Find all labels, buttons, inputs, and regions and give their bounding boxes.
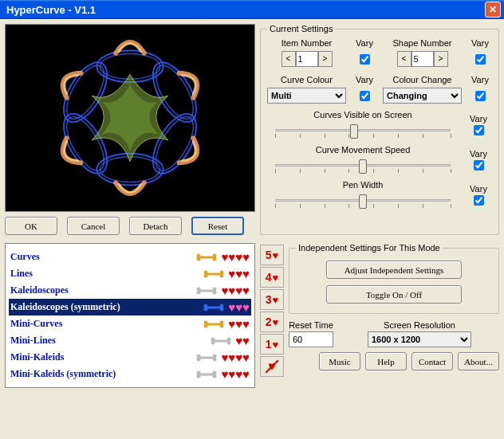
svg-point-36 — [213, 357, 217, 361]
reset-button[interactable]: Reset — [191, 217, 244, 235]
mode-name: Kaleidoscopes — [10, 284, 192, 296]
heart-icon: ♥ — [235, 335, 242, 347]
shape-number-inc[interactable]: > — [434, 51, 448, 67]
svg-point-11 — [220, 273, 224, 277]
shape-number-vary-checkbox[interactable] — [475, 54, 486, 65]
heart-icon: ♥ — [273, 249, 279, 261]
preview-canvas — [5, 24, 255, 212]
heart-icon: ♥ — [235, 351, 242, 363]
screen-resolution-label: Screen Resolution — [384, 320, 455, 330]
svg-point-26 — [220, 323, 224, 327]
rank-button[interactable]: 3♥ — [260, 289, 284, 310]
rank-button[interactable]: 5♥ — [260, 245, 284, 265]
movement-speed-slider[interactable] — [275, 155, 451, 174]
close-icon[interactable]: ✕ — [485, 2, 501, 18]
shape-number-spinner[interactable]: < > — [383, 51, 462, 67]
bone-icon — [195, 286, 218, 296]
screen-resolution-select[interactable]: 1600 x 1200 — [368, 331, 471, 347]
cancel-button[interactable]: Cancel — [67, 217, 120, 235]
hearts-rating: ♥♥ — [235, 335, 250, 347]
help-button[interactable]: Help — [365, 352, 407, 370]
heart-icon: ♥ — [235, 251, 242, 263]
broken-heart-button[interactable]: ♥ — [260, 356, 284, 377]
mode-name: Mini-Lines — [10, 335, 207, 347]
contact-button[interactable]: Contact — [411, 352, 453, 370]
heart-icon: ♥ — [235, 268, 242, 280]
mode-row[interactable]: Kaleidoscopes♥♥♥♥ — [9, 282, 251, 299]
heart-icon: ♥ — [235, 368, 242, 380]
heart-icon: ♥ — [273, 294, 279, 306]
pen-width-slider[interactable] — [275, 190, 451, 209]
colour-change-select[interactable]: Changing — [383, 88, 462, 104]
rank-number: 4 — [266, 271, 272, 284]
item-number-vary-checkbox[interactable] — [360, 54, 370, 65]
heart-icon: ♥ — [242, 318, 250, 330]
mode-row[interactable]: Kaleidoscopes (symmetric)♥♥♥ — [9, 299, 251, 316]
toggle-on-off-button[interactable]: Toggle On / Off — [326, 285, 462, 304]
heart-icon: ♥ — [235, 284, 242, 296]
reset-time-input[interactable] — [289, 331, 333, 347]
heart-icon: ♥ — [228, 368, 235, 380]
svg-rect-24 — [207, 323, 221, 325]
mode-row[interactable]: Mini-Lines♥♥ — [9, 332, 251, 349]
svg-point-21 — [220, 307, 224, 311]
heart-icon: ♥ — [228, 268, 235, 280]
svg-rect-29 — [214, 339, 228, 342]
vary-label: Vary — [468, 75, 492, 84]
heart-icon: ♥ — [242, 284, 250, 296]
about-button[interactable]: About... — [458, 352, 499, 370]
rank-button[interactable]: 1♥ — [260, 334, 284, 355]
item-number-label: Item Number — [267, 38, 346, 48]
rank-number: 5 — [266, 249, 272, 261]
curves-visible-slider[interactable] — [275, 120, 451, 139]
curve-colour-vary-checkbox[interactable] — [360, 91, 370, 101]
item-number-inc[interactable]: > — [318, 51, 333, 67]
detach-button[interactable]: Detach — [129, 217, 182, 235]
shape-number-dec[interactable]: < — [397, 51, 411, 67]
heart-icon: ♥ — [273, 339, 279, 351]
bone-icon — [203, 303, 225, 312]
hearts-rating: ♥♥♥ — [228, 301, 250, 313]
heart-icon: ♥ — [242, 351, 250, 363]
heart-icon: ♥ — [242, 335, 250, 347]
title-bar: HyperCurve - V1.1 ✕ — [0, 0, 504, 19]
vary-label: Vary — [470, 184, 487, 194]
heart-icon: ♥ — [228, 284, 235, 296]
ok-button[interactable]: OK — [5, 217, 57, 235]
mode-list[interactable]: Curves♥♥♥♥Lines♥♥♥Kaleidoscopes♥♥♥♥Kalei… — [5, 243, 255, 388]
svg-rect-14 — [199, 289, 214, 292]
movement-speed-label: Curve Movement Speed — [267, 145, 459, 155]
curves-visible-vary-checkbox[interactable] — [474, 125, 484, 135]
bone-icon — [195, 353, 218, 363]
music-button[interactable]: Music — [319, 352, 360, 370]
mode-row[interactable]: Mini-Kaleids♥♥♥♥ — [9, 349, 251, 366]
mode-row[interactable]: Mini-Kaleids (symmetric)♥♥♥♥ — [9, 366, 251, 382]
curve-colour-select[interactable]: Multi — [267, 88, 346, 104]
colour-change-vary-checkbox[interactable] — [475, 91, 486, 101]
independent-settings-group: Independent Settings For This Mode Adjus… — [289, 243, 499, 314]
heart-icon: ♥ — [242, 268, 250, 280]
item-number-spinner[interactable]: < > — [267, 51, 346, 67]
hearts-rating: ♥♥♥♥ — [221, 251, 250, 263]
shape-number-label: Shape Number — [383, 38, 462, 48]
shape-number-input[interactable] — [411, 51, 434, 67]
rank-number: 1 — [266, 338, 272, 351]
item-number-dec[interactable]: < — [282, 51, 296, 67]
movement-speed-vary-checkbox[interactable] — [474, 160, 484, 171]
svg-point-16 — [213, 290, 217, 294]
heart-icon: ♥ — [228, 318, 235, 330]
mode-row[interactable]: Lines♥♥♥ — [9, 265, 251, 282]
mode-row[interactable]: Mini-Curves♥♥♥ — [9, 316, 251, 332]
heart-icon: ♥ — [228, 301, 235, 313]
rank-number: 2 — [266, 316, 272, 328]
adjust-independent-button[interactable]: Adjust Independent Settings — [326, 261, 462, 279]
mode-name: Mini-Kaleids (symmetric) — [10, 368, 192, 380]
curves-visible-label: Curves Visible on Screen — [267, 110, 459, 120]
rank-button[interactable]: 2♥ — [260, 312, 284, 332]
rank-button[interactable]: 4♥ — [260, 267, 284, 288]
item-number-input[interactable] — [296, 51, 318, 67]
window-title: HyperCurve - V1.1 — [6, 4, 96, 16]
pen-width-vary-checkbox[interactable] — [474, 195, 484, 206]
mode-row[interactable]: Curves♥♥♥♥ — [9, 249, 251, 265]
mode-name: Mini-Kaleids — [10, 351, 192, 363]
